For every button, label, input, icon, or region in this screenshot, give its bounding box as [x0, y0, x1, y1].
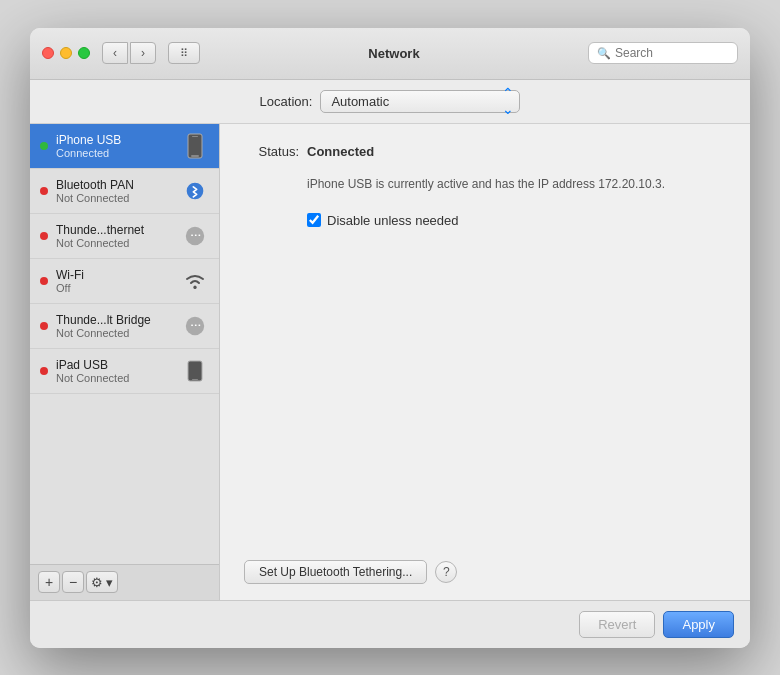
- iphone-icon: [181, 132, 209, 160]
- item-name: Thunde...lt Bridge: [56, 313, 173, 327]
- item-status: Not Connected: [56, 192, 173, 204]
- grid-button[interactable]: ⠿: [168, 42, 200, 64]
- status-dot-connected: [40, 142, 48, 150]
- status-description: iPhone USB is currently active and has t…: [307, 175, 726, 193]
- location-select[interactable]: Automatic: [320, 90, 520, 113]
- svg-point-6: [194, 286, 197, 289]
- status-dot-disconnected: [40, 232, 48, 240]
- sidebar-item-ipad-usb[interactable]: iPad USB Not Connected: [30, 349, 219, 394]
- disable-unless-needed-checkbox[interactable]: [307, 213, 321, 227]
- disable-unless-needed-label: Disable unless needed: [327, 213, 459, 228]
- item-name: Thunde...thernet: [56, 223, 173, 237]
- status-dot-disconnected: [40, 367, 48, 375]
- item-text-ipad-usb: iPad USB Not Connected: [56, 358, 173, 384]
- traffic-lights: [42, 47, 90, 59]
- minimize-button[interactable]: [60, 47, 72, 59]
- maximize-button[interactable]: [78, 47, 90, 59]
- search-box[interactable]: 🔍: [588, 42, 738, 64]
- item-status: Off: [56, 282, 173, 294]
- sidebar-item-bluetooth-pan[interactable]: Bluetooth PAN Not Connected: [30, 169, 219, 214]
- ipad-icon: [181, 357, 209, 385]
- status-dot-disconnected: [40, 187, 48, 195]
- item-text-bluetooth: Bluetooth PAN Not Connected: [56, 178, 173, 204]
- item-text-thunderbolt-bridge: Thunde...lt Bridge Not Connected: [56, 313, 173, 339]
- item-text-wifi: Wi-Fi Off: [56, 268, 173, 294]
- apply-button[interactable]: Apply: [663, 611, 734, 638]
- location-label: Location:: [260, 94, 313, 109]
- status-dot-off: [40, 277, 48, 285]
- item-status: Not Connected: [56, 327, 173, 339]
- wifi-icon: [181, 267, 209, 295]
- status-dot-disconnected: [40, 322, 48, 330]
- thunderbolt-bridge-icon: ⋯: [181, 312, 209, 340]
- item-text-iphone-usb: iPhone USB Connected: [56, 133, 173, 159]
- detail-bottom: Set Up Bluetooth Tethering... ?: [244, 560, 726, 584]
- revert-button[interactable]: Revert: [579, 611, 655, 638]
- item-status: Not Connected: [56, 237, 173, 249]
- main-content: iPhone USB Connected B: [30, 124, 750, 600]
- network-window: ‹ › ⠿ Network 🔍 Location: Automatic ⌃⌄: [30, 28, 750, 648]
- sidebar-item-wifi[interactable]: Wi-Fi Off: [30, 259, 219, 304]
- bluetooth-icon: [181, 177, 209, 205]
- item-name: iPad USB: [56, 358, 173, 372]
- forward-button[interactable]: ›: [130, 42, 156, 64]
- svg-text:⋯: ⋯: [190, 319, 201, 331]
- remove-interface-button[interactable]: −: [62, 571, 84, 593]
- disable-checkbox-row: Disable unless needed: [307, 213, 726, 228]
- nav-buttons: ‹ ›: [102, 42, 156, 64]
- search-icon: 🔍: [597, 47, 611, 60]
- svg-text:⋯: ⋯: [190, 229, 201, 241]
- svg-rect-0: [188, 134, 202, 158]
- search-input[interactable]: [615, 46, 729, 60]
- close-button[interactable]: [42, 47, 54, 59]
- detail-spacer: [244, 228, 726, 560]
- item-text-thunderbolt-ethernet: Thunde...thernet Not Connected: [56, 223, 173, 249]
- gear-menu-button[interactable]: ⚙ ▾: [86, 571, 118, 593]
- svg-rect-10: [192, 379, 198, 380]
- sidebar-toolbar: + − ⚙ ▾: [30, 564, 219, 600]
- sidebar-item-thunderbolt-ethernet[interactable]: Thunde...thernet Not Connected ⋯: [30, 214, 219, 259]
- titlebar: ‹ › ⠿ Network 🔍: [30, 28, 750, 80]
- bottom-bar: Revert Apply: [30, 600, 750, 648]
- window-title: Network: [208, 46, 580, 61]
- item-name: Bluetooth PAN: [56, 178, 173, 192]
- item-status: Not Connected: [56, 372, 173, 384]
- location-select-wrapper[interactable]: Automatic ⌃⌄: [320, 90, 520, 113]
- svg-rect-1: [192, 136, 198, 137]
- status-section: Status: Connected: [244, 144, 726, 159]
- back-button[interactable]: ‹: [102, 42, 128, 64]
- svg-rect-2: [191, 155, 199, 157]
- status-value: Connected: [307, 144, 374, 159]
- sidebar: iPhone USB Connected B: [30, 124, 220, 600]
- status-label: Status:: [244, 144, 299, 159]
- sidebar-list: iPhone USB Connected B: [30, 124, 219, 564]
- help-button[interactable]: ?: [435, 561, 457, 583]
- detail-panel: Status: Connected iPhone USB is currentl…: [220, 124, 750, 600]
- sidebar-item-iphone-usb[interactable]: iPhone USB Connected: [30, 124, 219, 169]
- sidebar-item-thunderbolt-bridge[interactable]: Thunde...lt Bridge Not Connected ⋯: [30, 304, 219, 349]
- bluetooth-tethering-button[interactable]: Set Up Bluetooth Tethering...: [244, 560, 427, 584]
- location-bar: Location: Automatic ⌃⌄: [30, 80, 750, 124]
- item-status: Connected: [56, 147, 173, 159]
- svg-rect-9: [188, 361, 202, 381]
- thunderbolt-icon: ⋯: [181, 222, 209, 250]
- item-name: iPhone USB: [56, 133, 173, 147]
- item-name: Wi-Fi: [56, 268, 173, 282]
- add-interface-button[interactable]: +: [38, 571, 60, 593]
